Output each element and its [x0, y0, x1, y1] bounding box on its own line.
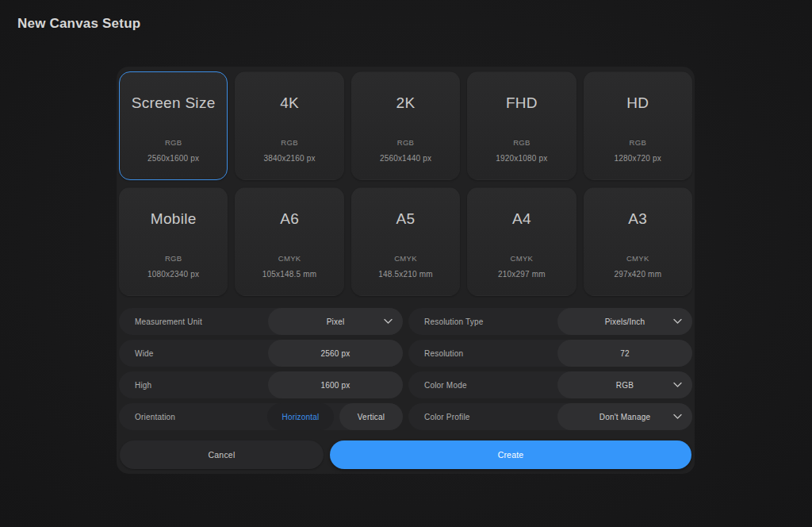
preset-dimensions: 148.5x210 mm [378, 270, 433, 279]
preset-name: A6 [280, 210, 299, 228]
preset-card-fhd[interactable]: FHD RGB 1920x1080 px [467, 71, 576, 180]
measurement-unit-row: Measurement Unit Pixel [119, 308, 403, 335]
preset-color-mode: RGB [281, 138, 298, 147]
preset-name: 2K [396, 94, 416, 112]
color-mode-dropdown[interactable]: RGB [557, 371, 692, 398]
preset-name: 4K [280, 94, 299, 112]
cancel-button[interactable]: Cancel [120, 440, 324, 469]
orientation-vertical-button[interactable]: Vertical [339, 403, 403, 430]
preset-name: A3 [628, 210, 647, 228]
resolution-row: Resolution 72 [408, 340, 692, 367]
color-profile-label: Color Profile [408, 413, 470, 421]
measurement-unit-label: Measurement Unit [119, 317, 202, 326]
color-mode-label: Color Mode [408, 381, 467, 390]
resolution-type-label: Resolution Type [408, 317, 484, 326]
wide-row: Wide 2560 px [119, 340, 403, 367]
create-button[interactable]: Create [330, 440, 691, 469]
preset-name: Mobile [151, 210, 197, 228]
preset-dimensions: 2560x1440 px [380, 154, 431, 163]
preset-dimensions: 105x148.5 mm [262, 270, 317, 279]
preset-card-a6[interactable]: A6 CMYK 105x148.5 mm [235, 187, 343, 296]
preset-card-a4[interactable]: A4 CMYK 210x297 mm [467, 187, 576, 296]
measurement-unit-dropdown[interactable]: Pixel [268, 308, 403, 335]
color-mode-row: Color Mode RGB [408, 371, 692, 398]
chevron-down-icon [673, 414, 682, 420]
preset-card-4k[interactable]: 4K RGB 3840x2160 px [235, 71, 343, 180]
preset-dimensions: 210x297 mm [498, 270, 546, 279]
preset-color-mode: CMYK [626, 254, 649, 263]
resolution-type-dropdown[interactable]: Pixels/Inch [557, 308, 692, 335]
orientation-row: Orientation Horizontal Vertical [119, 403, 403, 430]
preset-name: HD [626, 94, 649, 112]
resolution-type-value: Pixels/Inch [605, 317, 645, 326]
preset-color-mode: CMYK [278, 254, 301, 263]
chevron-down-icon [673, 383, 682, 388]
preset-grid: Screen Size RGB 2560x1600 px 4K RGB 3840… [119, 71, 692, 296]
preset-color-mode: RGB [630, 138, 647, 147]
color-mode-value: RGB [616, 381, 634, 390]
high-label: High [119, 381, 151, 390]
preset-name: A4 [512, 210, 531, 228]
preset-name: FHD [506, 94, 538, 112]
preset-dimensions: 2560x1600 px [147, 154, 199, 163]
resolution-input[interactable]: 72 [557, 340, 692, 367]
preset-card-a5[interactable]: A5 CMYK 148.5x210 mm [351, 187, 460, 296]
preset-card-hd[interactable]: HD RGB 1280x720 px [584, 71, 692, 180]
chevron-down-icon [384, 319, 393, 325]
preset-dimensions: 1080x2340 px [147, 270, 199, 279]
high-row: High 1600 px [119, 371, 403, 398]
preset-color-mode: RGB [397, 138, 415, 147]
preset-dimensions: 1920x1080 px [496, 154, 547, 163]
preset-card-a3[interactable]: A3 CMYK 297x420 mm [584, 187, 692, 296]
resolution-type-row: Resolution Type Pixels/Inch [408, 308, 692, 335]
canvas-settings-form: Measurement Unit Pixel Resolution Type P… [119, 308, 692, 430]
orientation-toggle: Horizontal Vertical [267, 403, 403, 430]
resolution-label: Resolution [408, 349, 463, 358]
page-title: New Canvas Setup [17, 16, 140, 32]
color-profile-dropdown[interactable]: Don't Manage [557, 403, 692, 430]
wide-input[interactable]: 2560 px [268, 340, 403, 367]
preset-dimensions: 3840x2160 px [263, 154, 315, 163]
color-profile-value: Don't Manage [599, 413, 650, 421]
orientation-horizontal-button[interactable]: Horizontal [267, 403, 334, 430]
preset-color-mode: CMYK [394, 254, 417, 263]
preset-dimensions: 1280x720 px [615, 154, 661, 163]
high-input[interactable]: 1600 px [268, 371, 403, 398]
preset-color-mode: RGB [165, 254, 182, 263]
wide-label: Wide [119, 349, 154, 358]
orientation-label: Orientation [119, 413, 175, 421]
preset-color-mode: RGB [165, 138, 182, 147]
dialog-actions: Cancel Create [119, 440, 692, 469]
preset-dimensions: 297x420 mm [614, 270, 661, 279]
color-profile-row: Color Profile Don't Manage [408, 403, 692, 430]
preset-name: Screen Size [132, 94, 216, 112]
new-canvas-dialog: Screen Size RGB 2560x1600 px 4K RGB 3840… [117, 67, 695, 474]
preset-color-mode: RGB [513, 138, 530, 147]
preset-card-screen-size[interactable]: Screen Size RGB 2560x1600 px [119, 71, 228, 180]
preset-card-mobile[interactable]: Mobile RGB 1080x2340 px [119, 187, 228, 296]
preset-name: A5 [396, 210, 416, 228]
chevron-down-icon [673, 319, 682, 325]
measurement-unit-value: Pixel [327, 317, 345, 326]
preset-card-2k[interactable]: 2K RGB 2560x1440 px [351, 71, 460, 180]
preset-color-mode: CMYK [511, 254, 534, 263]
